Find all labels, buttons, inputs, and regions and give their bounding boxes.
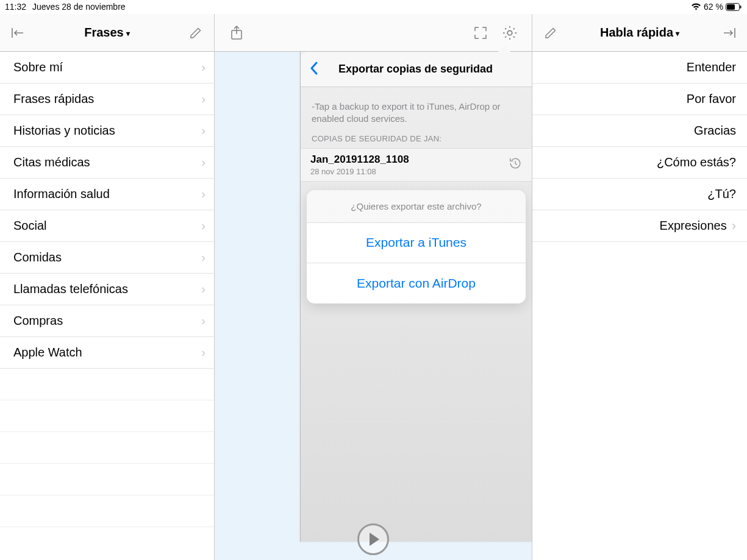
svg-rect-1 xyxy=(727,4,735,10)
middle-panel: Exportar copias de seguridad -Tap a back… xyxy=(215,14,532,560)
sheet-message: ¿Quieres exportar este archivo? xyxy=(307,190,526,223)
list-item-label: Llamadas telefónicas xyxy=(13,282,128,296)
collapse-right-icon[interactable] xyxy=(718,22,740,44)
chevron-right-icon: › xyxy=(201,314,206,328)
list-item[interactable]: Sobre mí› xyxy=(0,52,214,83)
backup-row[interactable]: Jan_20191128_1108 28 nov 2019 11:08 xyxy=(301,148,532,182)
list-item[interactable]: Compras› xyxy=(0,305,214,337)
empty-row xyxy=(0,495,214,527)
backup-date: 28 nov 2019 11:08 xyxy=(310,167,409,176)
wifi-icon xyxy=(691,3,701,10)
edit-icon[interactable] xyxy=(185,22,207,44)
list-item[interactable]: Entender xyxy=(532,52,747,83)
list-item[interactable]: Llamadas telefónicas› xyxy=(0,274,214,305)
edit-icon[interactable] xyxy=(540,22,562,44)
list-item-label: Entender xyxy=(687,60,736,74)
share-icon[interactable] xyxy=(226,22,248,44)
list-item-label: Información salud xyxy=(13,187,110,201)
list-item[interactable]: Por favor xyxy=(532,83,747,115)
chevron-right-icon: › xyxy=(732,218,741,234)
chevron-right-icon: › xyxy=(201,187,206,201)
action-sheet: ¿Quieres exportar este archivo? Exportar… xyxy=(307,190,526,303)
popover-section-header: COPIAS DE SEGURIDAD DE JAN: xyxy=(301,134,532,148)
empty-row xyxy=(0,369,214,400)
empty-row xyxy=(0,432,214,464)
chevron-right-icon: › xyxy=(201,60,206,74)
left-title[interactable]: Frases ▾ xyxy=(84,26,130,40)
right-title-label: Habla rápida xyxy=(600,26,673,40)
status-bar: 11:32 Jueves 28 de noviembre 62 % xyxy=(0,0,747,13)
list-item-label: ¿Tú? xyxy=(707,187,736,201)
gear-icon[interactable] xyxy=(499,22,521,44)
list-item[interactable]: Gracias xyxy=(532,115,747,147)
chevron-right-icon: › xyxy=(201,282,206,296)
fullscreen-icon[interactable] xyxy=(470,22,491,44)
history-icon xyxy=(509,157,522,172)
list-item-label: Comidas xyxy=(13,250,62,264)
right-list: Entender Por favor Gracias ¿Cómo estás? … xyxy=(532,52,747,560)
empty-row xyxy=(0,400,214,432)
list-item[interactable]: Frases rápidas› xyxy=(0,83,214,115)
list-item[interactable]: Citas médicas› xyxy=(0,147,214,179)
list-item-label: ¿Cómo estás? xyxy=(657,155,736,169)
list-item-label: Frases rápidas xyxy=(13,92,94,106)
chevron-right-icon: › xyxy=(201,219,206,233)
popover-hint: -Tap a backup to export it to iTunes, Ai… xyxy=(301,87,532,134)
left-title-label: Frases xyxy=(84,26,124,40)
list-item-label: Historias y noticias xyxy=(13,124,115,138)
list-item-label: Apple Watch xyxy=(13,346,82,360)
left-list: Sobre mí› Frases rápidas› Historias y no… xyxy=(0,52,214,560)
list-item-label: Compras xyxy=(13,314,63,328)
mid-toolbar xyxy=(215,14,532,52)
list-item[interactable]: Información salud› xyxy=(0,179,214,210)
status-battery-text: 62 % xyxy=(704,2,723,12)
empty-row xyxy=(0,464,214,495)
export-airdrop-button[interactable]: Exportar con AirDrop xyxy=(307,263,526,303)
svg-rect-2 xyxy=(740,5,742,9)
play-icon xyxy=(370,533,379,546)
list-item[interactable]: Apple Watch› xyxy=(0,337,214,369)
dropdown-caret-icon: ▾ xyxy=(126,27,130,38)
list-item-label: Gracias xyxy=(694,124,736,138)
battery-icon xyxy=(726,3,742,11)
chevron-right-icon: › xyxy=(201,346,206,360)
list-item[interactable]: Comidas› xyxy=(0,242,214,274)
right-toolbar: Habla rápida ▾ xyxy=(532,14,747,52)
list-item[interactable]: Historias y noticias› xyxy=(0,115,214,147)
svg-point-5 xyxy=(507,30,512,35)
chevron-right-icon: › xyxy=(201,92,206,106)
chevron-right-icon: › xyxy=(201,250,206,264)
left-toolbar: Frases ▾ xyxy=(0,14,214,52)
status-date: Jueves 28 de noviembre xyxy=(32,2,126,12)
list-item[interactable]: ¿Tú? xyxy=(532,179,747,210)
left-panel: Frases ▾ Sobre mí› Frases rápidas› Histo… xyxy=(0,14,215,560)
list-item-label: Sobre mí xyxy=(13,60,63,74)
chevron-right-icon: › xyxy=(201,155,206,169)
list-item-label: Social xyxy=(13,219,46,233)
list-item[interactable]: Social› xyxy=(0,210,214,242)
right-title[interactable]: Habla rápida ▾ xyxy=(600,26,679,40)
export-itunes-button[interactable]: Exportar a iTunes xyxy=(307,223,526,263)
play-button[interactable] xyxy=(357,523,389,555)
list-item-label: Expresiones xyxy=(547,219,732,233)
backup-name: Jan_20191128_1108 xyxy=(310,154,409,166)
list-item[interactable]: ¿Cómo estás? xyxy=(532,147,747,179)
popover-title: Exportar copias de seguridad xyxy=(308,63,523,76)
dropdown-caret-icon: ▾ xyxy=(676,27,679,38)
right-panel: Habla rápida ▾ Entender Por favor Gracia… xyxy=(532,14,747,560)
list-item-expresiones[interactable]: Expresiones › xyxy=(532,210,747,242)
list-item-label: Citas médicas xyxy=(13,155,90,169)
export-popover: Exportar copias de seguridad -Tap a back… xyxy=(300,52,532,542)
collapse-left-icon[interactable] xyxy=(7,22,29,44)
popover-header: Exportar copias de seguridad xyxy=(301,52,532,87)
list-item-label: Por favor xyxy=(687,92,736,106)
status-time: 11:32 xyxy=(5,2,26,12)
chevron-right-icon: › xyxy=(201,124,206,138)
